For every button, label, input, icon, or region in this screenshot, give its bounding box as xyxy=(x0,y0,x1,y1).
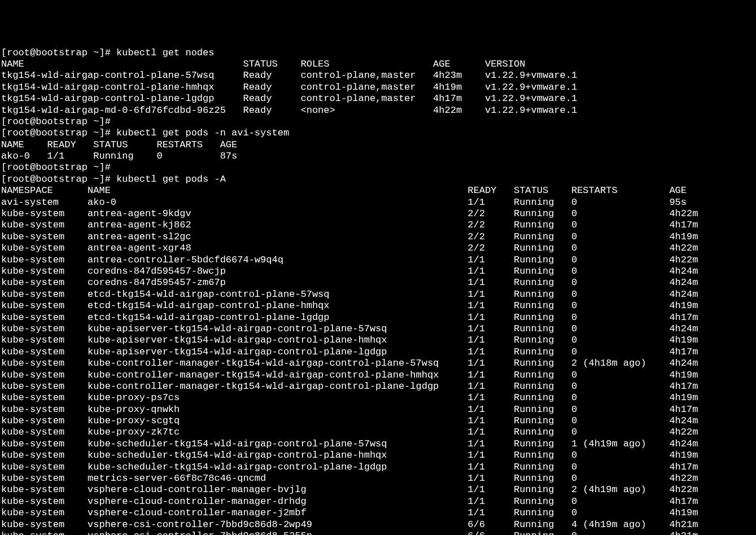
pod-row: kube-system kube-apiserver-tkg154-wld-ai… xyxy=(1,347,755,358)
pod-row: kube-system kube-apiserver-tkg154-wld-ai… xyxy=(1,335,755,346)
terminal-output[interactable]: [root@bootstrap ~]# kubectl get nodesNAM… xyxy=(1,47,755,535)
pod-row: kube-system vsphere-csi-controller-7bbd9… xyxy=(1,519,755,530)
pod-row: kube-system coredns-847d595457-8wcjp 1/1… xyxy=(1,266,755,277)
pod-row: kube-system metrics-server-66f8c78c46-qn… xyxy=(1,473,755,484)
pod-row: kube-system kube-proxy-zk7tc 1/1 Running… xyxy=(1,427,755,438)
pod-row: kube-system antrea-agent-kj862 2/2 Runni… xyxy=(1,220,755,231)
pod-row: kube-system kube-scheduler-tkg154-wld-ai… xyxy=(1,450,755,461)
prompt-line: [root@bootstrap ~]# kubectl get pods -A xyxy=(1,174,755,185)
pod-row: kube-system coredns-847d595457-zm67p 1/1… xyxy=(1,277,755,288)
pod-row: kube-system antrea-agent-sl2gc 2/2 Runni… xyxy=(1,231,755,243)
node-row: tkg154-wld-airgap-control-plane-lgdgp Re… xyxy=(1,93,755,104)
pod-row: kube-system kube-controller-manager-tkg1… xyxy=(1,381,755,392)
all-header: NAMESPACE NAME READY STATUS RESTARTS AGE xyxy=(1,185,755,196)
pod-row: kube-system kube-scheduler-tkg154-wld-ai… xyxy=(1,462,755,473)
pod-row: kube-system kube-proxy-ps7cs 1/1 Running… xyxy=(1,392,755,404)
pod-row: avi-system ako-0 1/1 Running 0 95s xyxy=(1,197,755,208)
avi-header: NAME READY STATUS RESTARTS AGE xyxy=(1,139,755,151)
pod-row: kube-system kube-controller-manager-tkg1… xyxy=(1,370,755,381)
prompt-line: [root@bootstrap ~]# kubectl get pods -n … xyxy=(1,128,755,139)
pod-row: kube-system etcd-tkg154-wld-airgap-contr… xyxy=(1,300,755,312)
pod-row: kube-system antrea-controller-5bdcfd6674… xyxy=(1,255,755,266)
node-row: tkg154-wld-airgap-md-0-6fd76fcdbd-96z25 … xyxy=(1,105,755,116)
pod-row: kube-system vsphere-cloud-controller-man… xyxy=(1,496,755,507)
prompt-line: [root@bootstrap ~]# xyxy=(1,116,755,128)
pod-row: kube-system vsphere-cloud-controller-man… xyxy=(1,507,755,519)
pod-row: kube-system kube-proxy-scgtq 1/1 Running… xyxy=(1,415,755,427)
node-row: tkg154-wld-airgap-control-plane-57wsq Re… xyxy=(1,70,755,81)
pod-row: kube-system vsphere-csi-controller-7bbd9… xyxy=(1,530,755,535)
pod-row: kube-system kube-scheduler-tkg154-wld-ai… xyxy=(1,438,755,450)
pod-row: kube-system kube-proxy-qnwkh 1/1 Running… xyxy=(1,404,755,415)
pod-row: kube-system kube-apiserver-tkg154-wld-ai… xyxy=(1,323,755,335)
pod-row: kube-system etcd-tkg154-wld-airgap-contr… xyxy=(1,289,755,300)
pod-row: kube-system etcd-tkg154-wld-airgap-contr… xyxy=(1,312,755,323)
pod-row: kube-system vsphere-cloud-controller-man… xyxy=(1,484,755,495)
node-row: tkg154-wld-airgap-control-plane-hmhqx Re… xyxy=(1,82,755,93)
prompt-line: [root@bootstrap ~]# xyxy=(1,162,755,173)
pod-row: kube-system kube-controller-manager-tkg1… xyxy=(1,358,755,369)
pod-row: kube-system antrea-agent-xgr48 2/2 Runni… xyxy=(1,243,755,254)
prompt-line: [root@bootstrap ~]# kubectl get nodes xyxy=(1,47,755,59)
nodes-header: NAME STATUS ROLES AGE VERSION xyxy=(1,59,755,70)
avi-pod-row: ako-0 1/1 Running 0 87s xyxy=(1,151,755,162)
pod-row: kube-system antrea-agent-9kdgv 2/2 Runni… xyxy=(1,208,755,220)
